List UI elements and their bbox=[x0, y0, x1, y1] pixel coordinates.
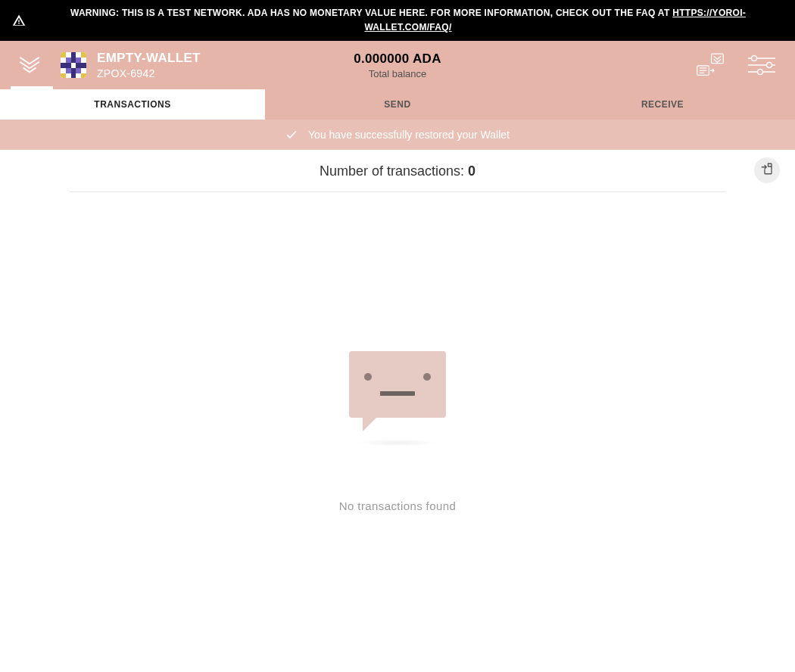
test-network-warning-banner: WARNING: THIS IS A TEST NETWORK. ADA HAS… bbox=[0, 0, 795, 41]
balance-label: Total balance bbox=[354, 68, 441, 79]
checkmark-icon bbox=[285, 129, 298, 141]
wallet-meta: EMPTY-WALLET ZPOX-6942 bbox=[97, 51, 201, 79]
header-actions bbox=[694, 51, 778, 79]
svg-point-7 bbox=[758, 70, 763, 75]
empty-state: No transactions found bbox=[0, 351, 795, 512]
balance-block: 0.000000 ADA Total balance bbox=[354, 51, 441, 79]
transactions-count-value: 0 bbox=[468, 163, 475, 179]
svg-point-5 bbox=[767, 63, 772, 68]
settings-sliders-icon[interactable] bbox=[745, 51, 778, 79]
warning-triangle-icon bbox=[12, 14, 26, 27]
balance-value: 0.000000 ADA bbox=[354, 51, 441, 67]
empty-shadow bbox=[356, 439, 439, 446]
wallet-tabs: TRANSACTIONS SEND RECEIVE bbox=[0, 89, 795, 120]
empty-face-icon bbox=[349, 351, 446, 418]
success-message: You have successfully restored your Wall… bbox=[308, 129, 510, 141]
svg-point-3 bbox=[752, 56, 757, 61]
transactions-count-text: Number of transactions: 0 bbox=[320, 163, 475, 179]
success-banner: You have successfully restored your Wall… bbox=[0, 120, 795, 150]
warning-prefix: WARNING: THIS IS A TEST NETWORK. ADA HAS… bbox=[70, 8, 672, 18]
yoroi-logo-icon[interactable] bbox=[17, 52, 42, 78]
balance-currency: ADA bbox=[413, 51, 441, 66]
wallet-id: ZPOX-6942 bbox=[97, 67, 201, 79]
wallet-identicon[interactable] bbox=[61, 52, 86, 78]
empty-state-text: No transactions found bbox=[339, 499, 456, 512]
tab-transactions[interactable]: TRANSACTIONS bbox=[0, 89, 265, 120]
transactions-count-row: Number of transactions: 0 bbox=[0, 150, 795, 179]
wallet-header: EMPTY-WALLET ZPOX-6942 0.000000 ADA Tota… bbox=[0, 41, 795, 89]
export-button[interactable] bbox=[754, 157, 780, 183]
tab-send[interactable]: SEND bbox=[265, 89, 530, 120]
wallet-name: EMPTY-WALLET bbox=[97, 51, 201, 66]
transfer-wallets-icon[interactable] bbox=[694, 51, 727, 79]
export-file-icon bbox=[760, 162, 774, 179]
transactions-count-label: Number of transactions: bbox=[320, 163, 468, 179]
warning-text: WARNING: THIS IS A TEST NETWORK. ADA HAS… bbox=[33, 6, 783, 35]
balance-amount: 0.000000 bbox=[354, 51, 409, 66]
divider bbox=[70, 191, 725, 192]
active-tab-indicator bbox=[11, 86, 53, 89]
tab-receive[interactable]: RECEIVE bbox=[530, 89, 795, 120]
